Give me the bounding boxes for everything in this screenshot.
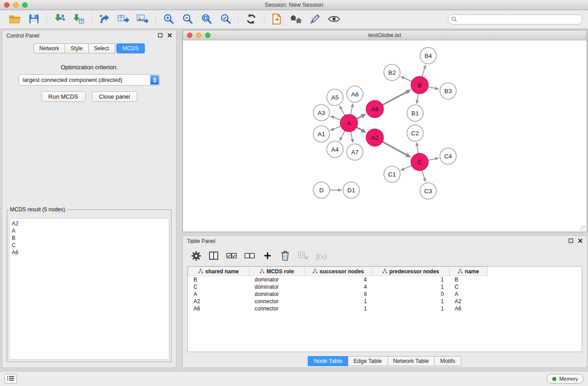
graph-node-A6[interactable]: A6	[366, 100, 383, 118]
table-cell[interactable]: A	[188, 291, 249, 298]
table-row[interactable]: Adominator80A	[188, 291, 488, 298]
mcds-result-item[interactable]: A2	[12, 220, 167, 227]
zoom-selected-button[interactable]	[216, 12, 235, 27]
close-panel-icon[interactable]	[578, 238, 583, 244]
tab-edge-table[interactable]: Edge Table	[348, 356, 387, 366]
mcds-result-list[interactable]: A2ABCA6	[9, 218, 169, 360]
table-cell[interactable]: dominator	[249, 276, 305, 283]
mcds-result-item[interactable]: C	[12, 242, 167, 249]
table-cell[interactable]: dominator	[249, 291, 305, 298]
table-cell[interactable]: A6	[188, 305, 249, 312]
table-cell[interactable]: 1	[305, 298, 373, 305]
node-table-container[interactable]: shared name MCDS role successor nodes pr…	[187, 266, 582, 352]
table-cell[interactable]: A	[449, 291, 488, 298]
table-cell[interactable]: 0	[373, 291, 449, 298]
export-table-button[interactable]	[114, 12, 133, 27]
close-view-button[interactable]	[187, 33, 192, 38]
graph-node-A2[interactable]: A2	[366, 129, 383, 146]
graph-node-A3[interactable]: A3	[313, 105, 330, 121]
table-cell[interactable]: 1	[373, 305, 449, 312]
table-cell[interactable]: 1	[373, 283, 449, 291]
show-column-button[interactable]	[209, 251, 219, 262]
table-settings-button[interactable]	[191, 251, 201, 262]
tab-network[interactable]: Network	[33, 43, 65, 53]
close-window-button[interactable]	[4, 2, 10, 8]
import-table-button[interactable]	[69, 12, 88, 27]
graph-edge-B-B4[interactable]	[422, 68, 425, 77]
graph-edge-A-A2[interactable]	[357, 127, 362, 130]
table-cell[interactable]: B	[188, 276, 249, 283]
table-cell[interactable]: connector	[249, 298, 305, 305]
table-cell[interactable]: 8	[305, 291, 373, 298]
mcds-result-item[interactable]: A	[12, 227, 167, 234]
table-cell[interactable]: 4	[305, 276, 373, 283]
zoom-in-button[interactable]	[159, 12, 178, 27]
float-panel-icon[interactable]	[569, 238, 573, 244]
table-cell[interactable]: dominator	[249, 283, 305, 291]
graph-node-C[interactable]: C	[411, 153, 428, 171]
function-builder-button[interactable]: f(x)	[316, 252, 327, 261]
table-cell[interactable]: A6	[449, 305, 488, 312]
graph-node-B3[interactable]: B3	[440, 83, 456, 99]
graph-node-C4[interactable]: C4	[440, 148, 456, 164]
graph-edge-C-C3[interactable]	[422, 170, 424, 178]
export-network-button[interactable]	[95, 12, 114, 27]
show-all-views-button[interactable]	[287, 12, 306, 27]
mcds-result-item[interactable]: A6	[12, 249, 167, 256]
apply-layout-button[interactable]	[242, 12, 261, 27]
zoom-window-button[interactable]	[22, 2, 28, 8]
minimize-view-button[interactable]	[196, 33, 201, 38]
open-session-button[interactable]	[5, 12, 24, 27]
graph-edge-C-C4[interactable]	[428, 159, 435, 160]
task-history-button[interactable]	[5, 374, 17, 384]
float-panel-icon[interactable]	[158, 33, 163, 39]
import-network-button[interactable]	[50, 12, 69, 27]
tab-mcds[interactable]: MCDS	[116, 43, 145, 53]
add-column-button[interactable]	[263, 252, 272, 261]
graph-node-A8[interactable]: A8	[347, 86, 363, 102]
table-cell[interactable]: 4	[305, 283, 373, 291]
column-header-name[interactable]: name	[449, 267, 488, 276]
graph-node-C3[interactable]: C3	[420, 183, 436, 199]
delete-table-button[interactable]	[298, 252, 308, 261]
table-cell[interactable]: A2	[449, 298, 488, 305]
memory-button[interactable]: Memory	[547, 374, 583, 384]
table-cell[interactable]: C	[188, 283, 249, 291]
graph-node-B2[interactable]: B2	[384, 64, 400, 81]
delete-column-button[interactable]	[280, 251, 290, 262]
table-cell[interactable]: 1	[373, 298, 449, 305]
table-row[interactable]: Bdominator41B	[188, 276, 488, 283]
table-cell[interactable]: B	[449, 276, 488, 283]
graph-edge-A-A5[interactable]	[341, 109, 345, 116]
minimize-window-button[interactable]	[13, 2, 19, 8]
column-header-shared-name[interactable]: shared name	[188, 267, 249, 276]
criterion-dropdown[interactable]: largest connected component (directed)	[19, 74, 160, 86]
table-cell[interactable]: C	[449, 283, 488, 291]
mcds-result-item[interactable]: B	[12, 234, 167, 242]
select-all-columns-button[interactable]	[226, 253, 237, 260]
table-cell[interactable]: A2	[188, 298, 249, 305]
table-cell[interactable]: connector	[249, 305, 305, 312]
graph-node-B1[interactable]: B1	[407, 105, 423, 121]
table-row[interactable]: Cdominator41C	[188, 283, 488, 291]
graph-edge-C-C2[interactable]	[417, 146, 419, 154]
graph-node-A5[interactable]: A5	[327, 89, 343, 105]
column-header-mcds-role[interactable]: MCDS role	[249, 267, 305, 276]
graph-edge-A6-B[interactable]	[382, 92, 406, 105]
graph-edge-A-A1[interactable]	[334, 126, 341, 129]
tab-select[interactable]: Select	[89, 43, 115, 53]
export-image-button[interactable]	[133, 12, 152, 27]
graph-edge-A-A7[interactable]	[351, 132, 352, 139]
first-neighbors-button[interactable]	[268, 12, 287, 27]
graph-node-A[interactable]: A	[340, 114, 358, 132]
graph-edge-B-B1[interactable]	[417, 94, 418, 100]
close-panel-button[interactable]: Close panel	[92, 91, 138, 102]
zoom-view-button[interactable]	[205, 33, 210, 38]
tab-node-table[interactable]: Node Table	[308, 356, 348, 366]
column-header-successor-nodes[interactable]: successor nodes	[305, 267, 373, 276]
network-canvas[interactable]: AA6A2BCA1A3A4A5A7A8B1B2B3B4C1C2C3C4DD1	[183, 40, 587, 231]
zoom-out-button[interactable]	[178, 12, 197, 27]
tab-network-table[interactable]: Network Table	[387, 356, 435, 366]
graph-node-C2[interactable]: C2	[407, 125, 423, 141]
graph-node-A7[interactable]: A7	[347, 144, 363, 160]
